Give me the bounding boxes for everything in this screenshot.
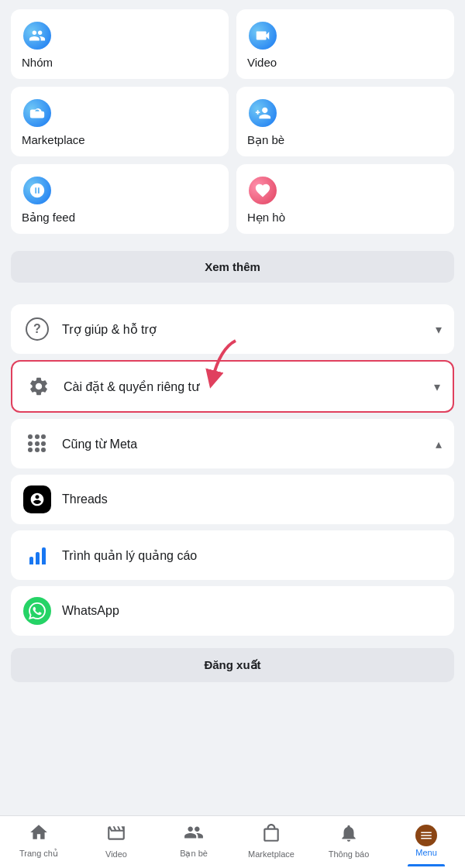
nav-item-thong-bao[interactable]: Thông báo xyxy=(318,823,380,859)
grid-row-2: Marketplace Bạn bè xyxy=(11,87,454,156)
nav-item-marketplace[interactable]: Marketplace xyxy=(240,823,302,859)
menu-avatar-icon xyxy=(415,825,437,846)
list-item-whatsapp[interactable]: WhatsApp xyxy=(11,586,454,636)
marketplace-label: Marketplace xyxy=(22,133,85,146)
bangfeed-icon xyxy=(22,175,53,206)
list-item-cai-dat[interactable]: Cài đặt & quyền riêng tư ▾ xyxy=(11,360,454,413)
bottom-nav: Trang chủ Video Bạn bè Marketplace xyxy=(0,815,465,868)
xem-them-button[interactable]: Xem thêm xyxy=(11,251,454,283)
grid-cell-bangfeed[interactable]: Bảng feed xyxy=(11,164,229,234)
list-item-cung-tu-meta[interactable]: Cũng từ Meta ▴ xyxy=(11,419,454,468)
menu-nav-label: Menu xyxy=(415,848,437,857)
quang-cao-label: Trình quản lý quảng cáo xyxy=(62,548,442,563)
cung-tu-meta-label: Cũng từ Meta xyxy=(62,437,436,451)
banbe-icon xyxy=(247,98,278,129)
bangfeed-label: Bảng feed xyxy=(22,211,75,225)
marketplace-nav-icon xyxy=(261,823,281,848)
grid-row-1: Nhóm Video xyxy=(11,9,454,79)
video-nav-label: Video xyxy=(105,849,127,859)
ban-be-nav-label: Bạn bè xyxy=(180,849,208,859)
thong-bao-nav-label: Thông báo xyxy=(329,849,370,859)
grid-cell-nhom[interactable]: Nhóm xyxy=(11,9,229,79)
home-icon xyxy=(29,822,49,847)
nav-item-trang-chu[interactable]: Trang chủ xyxy=(8,822,70,859)
meta-chevron: ▴ xyxy=(436,437,442,451)
cai-dat-chevron: ▾ xyxy=(434,379,440,394)
gear-icon xyxy=(25,372,53,400)
list-item-quang-cao[interactable]: Trình quản lý quảng cáo xyxy=(11,530,454,580)
question-icon: ? xyxy=(23,315,51,343)
grid-section: Nhóm Video xyxy=(0,0,465,248)
video-nav-icon xyxy=(106,823,126,848)
threads-icon xyxy=(23,485,51,513)
menu-list-section: ? Trợ giúp & hỗ trợ ▾ xyxy=(0,304,465,636)
nav-item-menu[interactable]: Menu xyxy=(395,825,457,857)
dangxuat-button[interactable]: Đăng xuất xyxy=(11,648,454,682)
nav-item-ban-be[interactable]: Bạn bè xyxy=(163,822,225,859)
friends-nav-icon xyxy=(184,822,204,847)
bell-icon xyxy=(339,823,359,848)
whatsapp-icon xyxy=(23,597,51,625)
svg-rect-0 xyxy=(31,112,44,113)
marketplace-nav-label: Marketplace xyxy=(248,849,294,859)
page-container: Nhóm Video xyxy=(0,0,465,753)
barchart-icon xyxy=(23,541,51,569)
video-label: Video xyxy=(247,56,277,69)
banbe-label: Bạn bè xyxy=(247,133,284,147)
nhom-label: Nhóm xyxy=(22,56,53,69)
grid-cell-video[interactable]: Video xyxy=(236,9,454,79)
grid-cell-marketplace[interactable]: Marketplace xyxy=(11,87,229,156)
list-item-tro-giup[interactable]: ? Trợ giúp & hỗ trợ ▾ xyxy=(11,304,454,354)
henho-icon xyxy=(247,175,278,206)
marketplace-icon xyxy=(22,98,53,129)
henho-label: Hẹn hò xyxy=(247,211,285,225)
whatsapp-label: WhatsApp xyxy=(62,604,442,618)
nhom-icon xyxy=(22,20,53,51)
separator-1 xyxy=(0,292,465,298)
grid-row-3: Bảng feed Hẹn hò xyxy=(11,164,454,234)
list-item-threads[interactable]: Threads xyxy=(11,475,454,524)
video-icon xyxy=(247,20,278,51)
nav-item-video[interactable]: Video xyxy=(85,823,147,859)
tro-giup-chevron: ▾ xyxy=(436,322,442,337)
grid-cell-henho[interactable]: Hẹn hò xyxy=(236,164,454,234)
trang-chu-nav-label: Trang chủ xyxy=(19,849,58,859)
tro-giup-label: Trợ giúp & hỗ trợ xyxy=(62,322,436,337)
meta-grid-icon xyxy=(23,430,51,458)
threads-label: Threads xyxy=(62,492,442,506)
cai-dat-label: Cài đặt & quyền riêng tư xyxy=(64,379,434,394)
grid-cell-banbe[interactable]: Bạn bè xyxy=(236,87,454,156)
